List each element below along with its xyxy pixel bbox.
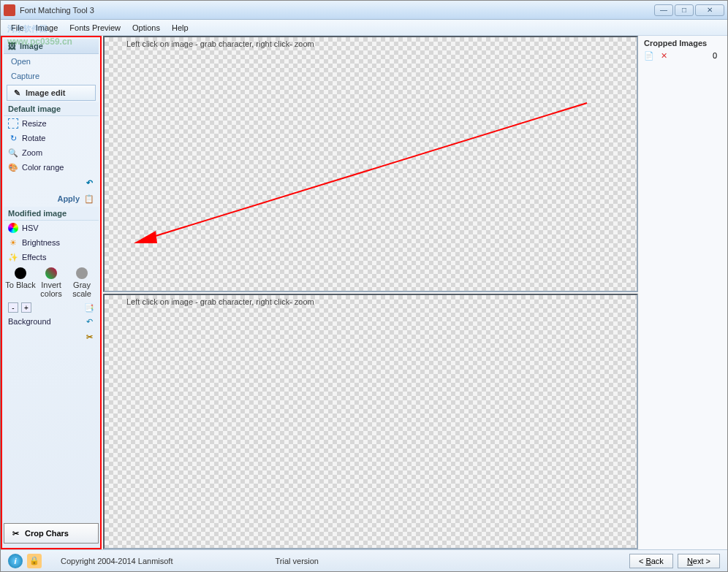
maximize-button[interactable]: □ <box>675 4 694 16</box>
menu-image[interactable]: Image <box>30 21 64 34</box>
crop-chars-button[interactable]: ✂ Crop Chars <box>4 523 99 544</box>
next-rest: ext <box>693 557 704 565</box>
undo-row-1: ↶ <box>4 175 99 191</box>
minus-button[interactable]: - <box>8 302 18 313</box>
hsv-label: HSV <box>22 224 39 232</box>
info-icon[interactable]: i <box>8 554 23 568</box>
menu-file[interactable]: File <box>5 21 30 34</box>
invert-button[interactable]: Invert colors <box>36 267 67 298</box>
brightness-label: Brightness <box>22 238 60 247</box>
lower-canvas-hint: Left click on image - grab character, ri… <box>126 297 314 306</box>
sidebar: 🖼 Image Open Capture ✎ Image edit Defaul… <box>1 36 102 549</box>
checker-bg-2 <box>105 295 637 549</box>
menu-help[interactable]: Help <box>166 21 194 34</box>
crop-icon-row: ✂ <box>4 329 99 345</box>
cropped-count: 0 <box>713 51 723 60</box>
effects-icon: ✨ <box>8 252 18 262</box>
invert-icon <box>45 267 57 279</box>
rotate-icon: ↻ <box>8 133 18 143</box>
background-row: Background ↶ <box>4 314 99 329</box>
brightness-icon: ☀ <box>8 237 18 248</box>
undo-icon[interactable]: ↶ <box>84 178 94 188</box>
sidebar-open[interactable]: Open <box>4 54 99 69</box>
main-area: 🖼 Image Open Capture ✎ Image edit Defaul… <box>1 36 727 549</box>
resize-icon <box>8 118 18 129</box>
image-icon: 🖼 <box>7 41 17 51</box>
center-panel: Left click on image - grab character, ri… <box>102 36 640 549</box>
tool-hsv[interactable]: HSV <box>4 221 99 235</box>
tool-rotate[interactable]: ↻ Rotate <box>4 131 99 145</box>
menubar: File Image Fonts Preview Options Help <box>1 20 727 36</box>
back-button[interactable]: < Back <box>629 554 673 568</box>
close-button[interactable]: ✕ <box>695 4 724 16</box>
window-title: Font Matching Tool 3 <box>20 6 654 15</box>
grayscale-label: Gray scale <box>72 281 91 298</box>
copy-down-icon[interactable]: 📑 <box>84 302 94 313</box>
undo-icon-2[interactable]: ↶ <box>84 316 94 327</box>
invert-label: Invert colors <box>40 281 61 298</box>
checker-bg <box>105 37 637 291</box>
color-range-label: Color range <box>22 163 64 172</box>
tool-color-range[interactable]: 🎨 Color range <box>4 160 99 175</box>
nav-buttons: < Back Next > <box>629 554 720 568</box>
crop-chars-icon: ✂ <box>10 528 20 538</box>
effects-label: Effects <box>22 253 46 262</box>
resize-label: Resize <box>22 119 47 128</box>
image-edit-label: Image edit <box>26 88 65 97</box>
plus-button[interactable]: + <box>21 302 31 313</box>
cropped-images-title: Cropped Images <box>644 39 723 47</box>
apply-row[interactable]: Apply 📋 <box>4 191 99 207</box>
lower-canvas[interactable]: Left click on image - grab character, ri… <box>103 294 638 550</box>
window-controls: — □ ✕ <box>654 4 724 16</box>
footer: i 🔒 Copyright 2004-2014 Lanmisoft Trial … <box>1 549 727 571</box>
modified-image-header: Modified image <box>4 207 99 221</box>
titlebar: Font Matching Tool 3 — □ ✕ <box>1 1 727 20</box>
sidebar-image-header: 🖼 Image <box>4 39 99 54</box>
edit-icon: ✎ <box>12 88 22 98</box>
to-black-button[interactable]: To Black <box>5 267 36 298</box>
menu-fonts-preview[interactable]: Fonts Preview <box>64 21 126 34</box>
grayscale-button[interactable]: Gray scale <box>67 267 97 298</box>
crop-icon[interactable]: ✂ <box>84 332 94 342</box>
to-black-label: To Black <box>5 281 36 289</box>
upper-canvas-hint: Left click on image - grab character, ri… <box>126 39 314 48</box>
sidebar-image-label: Image <box>20 42 43 50</box>
next-label: N <box>687 557 693 565</box>
sidebar-capture[interactable]: Capture <box>4 69 99 83</box>
minimize-button[interactable]: — <box>654 4 673 16</box>
next-button[interactable]: Next > <box>678 554 720 568</box>
lock-icon[interactable]: 🔒 <box>27 554 42 568</box>
delete-cropped-icon[interactable]: ✕ <box>659 50 669 61</box>
zoom-icon: 🔍 <box>8 148 18 158</box>
copyright-text: Copyright 2004-2014 Lanmisoft <box>61 557 172 565</box>
menu-options[interactable]: Options <box>126 21 166 34</box>
back-rest: ack <box>651 557 664 565</box>
cropped-toolbar: 📄 ✕ 0 <box>644 50 723 61</box>
to-black-icon <box>15 267 26 279</box>
background-label: Background <box>8 317 51 326</box>
rotate-label: Rotate <box>22 134 45 142</box>
trial-text: Trial version <box>275 557 319 565</box>
color-tools: To Black Invert colors Gray scale <box>4 264 99 301</box>
tool-zoom[interactable]: 🔍 Zoom <box>4 145 99 160</box>
default-image-header: Default image <box>4 102 99 116</box>
color-range-icon: 🎨 <box>8 162 18 172</box>
apply-icon: 📋 <box>84 194 94 204</box>
sidebar-image-edit[interactable]: ✎ Image edit <box>7 85 96 101</box>
app-icon <box>4 4 15 16</box>
tool-brightness[interactable]: ☀ Brightness <box>4 235 99 250</box>
hsv-icon <box>8 223 18 233</box>
upper-canvas[interactable]: Left click on image - grab character, ri… <box>103 36 638 292</box>
grayscale-icon <box>76 267 88 279</box>
add-cropped-icon[interactable]: 📄 <box>644 50 654 61</box>
apply-label: Apply <box>57 194 80 203</box>
tool-effects[interactable]: ✨ Effects <box>4 250 99 264</box>
back-label: B <box>645 557 651 565</box>
crop-chars-label: Crop Chars <box>25 529 69 538</box>
zoom-label: Zoom <box>22 148 42 157</box>
tool-resize[interactable]: Resize <box>4 116 99 131</box>
plus-minus-row: - + 📑 <box>4 301 99 314</box>
cropped-images-panel: Cropped Images 📄 ✕ 0 <box>640 36 727 549</box>
